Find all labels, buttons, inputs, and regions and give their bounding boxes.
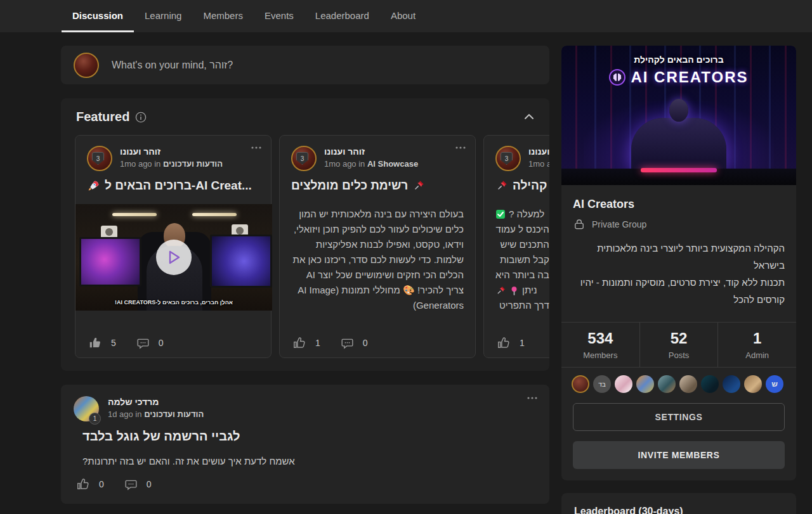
post-category[interactable]: AI Showcase: [367, 159, 418, 169]
group-name: AI Creators: [573, 198, 634, 211]
tab-events[interactable]: Events: [254, 0, 304, 32]
banner-welcome-text: ברוכים הבאים לקהילת: [561, 55, 796, 65]
post-body: למעלה ? היכנס ל עמוד התכנים שיש קבל תשוב…: [495, 207, 549, 313]
like-count: 0: [99, 479, 104, 489]
group-description: הקהילה המקצועית ביותר ליוצרי בינה מלאכות…: [573, 240, 785, 308]
stat-admins[interactable]: 1 Admin: [718, 323, 796, 367]
like-count: 1: [315, 338, 320, 348]
post-title[interactable]: לגביי הרשמה של גוגל בלבד: [82, 429, 240, 444]
leaderboard-card: Leaderboard (30-days): [561, 493, 796, 514]
video-thumbnail[interactable]: אהלן חברים, ברוכים הבאים ל-AI CREATORS!: [75, 204, 272, 311]
pushpin-icon: [495, 179, 508, 192]
settings-button[interactable]: SETTINGS: [573, 403, 785, 431]
post-meta: 1mo ago in הודעות ועדכונים: [120, 159, 223, 169]
like-button[interactable]: [88, 336, 102, 350]
tab-learning[interactable]: Learning: [134, 0, 192, 32]
post-composer[interactable]: What's on your mind, זוהר?: [61, 46, 549, 84]
post-time: 1mo ago in: [528, 159, 549, 169]
comment-count: 0: [147, 479, 152, 489]
featured-card-welcome[interactable]: 3 זוהר וענונו 1mo ago in הודעות ועדכונים…: [75, 135, 272, 358]
author-level-badge: 1: [89, 413, 101, 425]
post-category[interactable]: הודעות ועדכונים: [144, 409, 204, 419]
post-category[interactable]: הודעות ועדכונים: [163, 159, 223, 169]
tab-members[interactable]: Members: [192, 0, 254, 32]
banner-group-name: AI CREATORS: [561, 68, 796, 86]
like-button[interactable]: [497, 336, 511, 350]
lock-icon: [573, 218, 586, 231]
post-title-text: קהילה: [513, 179, 547, 193]
member-avatar[interactable]: [679, 375, 697, 393]
body-line: ניתן: [495, 283, 549, 298]
member-avatar[interactable]: [658, 375, 676, 393]
more-icon[interactable]: [455, 146, 466, 150]
featured-section: Featured 3 זוהר וענונו 1mo ago in הודעות…: [61, 98, 549, 371]
group-banner: ברוכים הבאים לקהילת AI CREATORS: [561, 46, 796, 185]
stat-value: 52: [671, 330, 688, 347]
comment-count: 0: [363, 338, 368, 348]
like-button[interactable]: [292, 336, 306, 350]
body-line: בה ביותר היא: [495, 267, 549, 283]
member-avatar[interactable]: [636, 375, 654, 393]
stat-label: Posts: [669, 350, 690, 360]
more-icon[interactable]: [527, 396, 538, 400]
group-info-card: ברוכים הבאים לקהילת AI CREATORS AI Creat…: [561, 46, 796, 480]
like-count: 5: [111, 338, 116, 348]
stat-posts[interactable]: 52 Posts: [640, 323, 719, 367]
feed-post[interactable]: 1 מרדכי שלמה 1d ago in הודעות ועדכונים ל…: [61, 385, 549, 504]
member-avatar[interactable]: ש: [766, 375, 783, 393]
more-icon[interactable]: [251, 146, 262, 150]
member-avatar[interactable]: בד: [593, 375, 611, 393]
featured-card-community[interactable]: 3 זוהר וענונו 1mo ago in קהילה למעלה ? ה…: [483, 135, 549, 358]
member-avatar[interactable]: [615, 375, 632, 393]
info-icon[interactable]: [135, 112, 147, 123]
tab-discussion[interactable]: Discussion: [62, 0, 134, 32]
comment-button[interactable]: [124, 478, 138, 491]
post-body: בעולם היצירה עם בינה מלאכותית יש המון כל…: [291, 207, 464, 313]
featured-card-tools[interactable]: 3 זוהר וענונו 1mo ago in AI Showcase רשי…: [279, 135, 476, 358]
right-monitor: [210, 235, 272, 288]
post-actions: 0 0: [76, 477, 163, 491]
featured-title: Featured: [76, 110, 129, 124]
member-avatar[interactable]: [701, 375, 719, 393]
banner-figure-head: [669, 99, 688, 122]
member-avatar[interactable]: [723, 375, 740, 393]
post-title-text: רשימת כלים מומלצים: [291, 179, 408, 193]
play-icon[interactable]: [156, 240, 192, 275]
author-name[interactable]: זוהר וענונו: [324, 146, 365, 157]
banner-group-name-text: AI CREATORS: [631, 68, 748, 86]
leaderboard-title: Leaderboard (30-days): [574, 506, 683, 514]
round-pin-icon: [509, 286, 519, 295]
post-title[interactable]: קהילה: [495, 179, 549, 193]
left-monitor: [79, 237, 141, 286]
post-time: 1d ago in: [108, 409, 142, 419]
member-avatar[interactable]: [572, 375, 589, 393]
composer-prompt[interactable]: What's on your mind, זוהר?: [112, 60, 233, 71]
post-time: 1mo ago in: [120, 159, 160, 169]
group-stats: 534 Members 52 Posts 1 Admin: [561, 323, 796, 367]
post-title[interactable]: ברוכים הבאים ל-AI Creat...: [87, 179, 259, 193]
current-user-avatar[interactable]: [74, 53, 99, 78]
comment-button[interactable]: [341, 337, 354, 350]
author-name[interactable]: זוהר וענונו: [120, 146, 160, 157]
privacy-label: Private Group: [592, 219, 646, 229]
check-icon: [495, 209, 506, 219]
like-count: 1: [520, 338, 525, 348]
tab-leaderboard[interactable]: Leaderboard: [304, 0, 380, 32]
author-name[interactable]: מרדכי שלמה: [108, 397, 159, 407]
member-avatar[interactable]: [744, 375, 762, 393]
description-line: תכנות ללא קוד, יצירת סרטים, מוסיקה ותמונ…: [573, 274, 785, 308]
tab-about[interactable]: About: [380, 0, 426, 32]
pushpin-icon: [412, 179, 425, 192]
like-button[interactable]: [76, 477, 90, 491]
post-title[interactable]: רשימת כלים מומלצים: [291, 179, 464, 193]
post-meta: 1d ago in הודעות ועדכונים: [108, 409, 204, 419]
stat-label: Admin: [745, 350, 769, 360]
post-body: אשמח לדעת איך עושים את זה. והאם יש בזה י…: [82, 456, 295, 466]
collapse-chevron-up-icon[interactable]: [524, 113, 534, 120]
description-line: הקהילה המקצועית ביותר ליוצרי בינה מלאכות…: [573, 240, 785, 274]
author-name[interactable]: זוהר וענונו: [528, 146, 549, 157]
banner-figure: [631, 118, 726, 170]
stat-members[interactable]: 534 Members: [561, 323, 640, 367]
comment-button[interactable]: [136, 337, 150, 350]
invite-members-button[interactable]: INVITE MEMBERS: [573, 441, 785, 469]
